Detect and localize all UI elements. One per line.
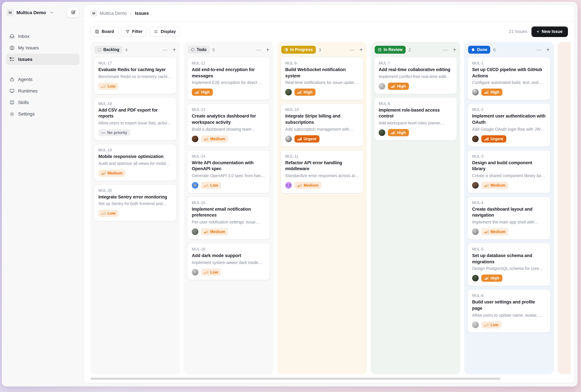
sidebar-item-settings[interactable]: Settings [6, 108, 80, 120]
issue-card-mul-2[interactable]: MUL-2Implement user authentication with … [468, 104, 551, 147]
horizontal-scrollbar[interactable] [90, 378, 500, 380]
add-card-icon[interactable]: + [546, 47, 550, 53]
issue-title: Evaluate Redis for caching layer [98, 67, 172, 73]
priority-badge: Low [201, 182, 221, 189]
priority-bars-icon [484, 323, 489, 326]
issue-card-mul-8[interactable]: MUL-8Implement role-based access control… [374, 97, 457, 140]
issue-description: Implement conflict-free real-time editin… [379, 74, 452, 79]
issue-card-mul-7[interactable]: MUL-7Add real-time collaborative editing… [374, 57, 457, 94]
add-card-icon[interactable]: + [173, 47, 176, 53]
more-icon[interactable]: ⋯ [163, 47, 168, 52]
chevron-down-icon[interactable] [50, 10, 54, 14]
add-card-icon[interactable]: + [453, 47, 456, 53]
dashed-circle-icon [97, 48, 101, 52]
issue-card-mul-3[interactable]: MUL-3Design and build component libraryC… [468, 150, 551, 193]
avatar [192, 136, 198, 142]
sidebar-item-inbox[interactable]: Inbox [6, 30, 80, 42]
issue-description: Configure automated build, test, and… [472, 80, 546, 85]
issue-card-mul-17[interactable]: MUL-17Evaluate Redis for caching layerBe… [94, 57, 177, 94]
issue-id: MUL-2 [472, 108, 546, 112]
issue-card-mul-4[interactable]: MUL-4Create dashboard layout and navigat… [468, 196, 551, 240]
compose-button[interactable] [67, 7, 79, 18]
status-badge: In Review [375, 46, 406, 54]
priority-label: High [304, 90, 312, 95]
filter-button[interactable]: Filter [121, 26, 147, 36]
sidebar-item-my-issues[interactable]: My Issues [6, 42, 80, 53]
sidebar-item-skills[interactable]: Skills [6, 97, 80, 108]
sidebar-item-agents[interactable]: Agents [6, 74, 80, 85]
column-in-progress: In Progress3⋯+MUL-9Build WebSocket notif… [277, 42, 367, 374]
issue-footer: Medium [192, 228, 265, 235]
priority-badge: High [294, 89, 315, 96]
avatar: ×_× [285, 182, 292, 188]
priority-badge: Medium [481, 228, 509, 235]
issue-title: Build WebSocket notification system [285, 67, 359, 79]
issue-title: Design and build component library [472, 160, 546, 172]
priority-bars-icon [297, 91, 302, 94]
issue-card-mul-16[interactable]: MUL-16Add dark mode supportImplement sys… [187, 243, 270, 280]
priority-badge: —No priority [98, 129, 130, 136]
issue-footer: Low [98, 210, 172, 217]
new-issue-button[interactable]: + New Issue [531, 26, 568, 37]
issue-footer: High [472, 275, 546, 282]
sidebar-item-runtimes[interactable]: Runtimes [6, 85, 80, 96]
add-card-icon[interactable]: + [359, 47, 363, 53]
more-icon[interactable]: ⋯ [537, 47, 541, 52]
sidebar-item-label: Agents [18, 77, 32, 82]
issue-card-mul-14[interactable]: MUL-14Write API documentation with OpenA… [187, 150, 270, 193]
filled-circle-icon [471, 48, 475, 52]
more-icon[interactable]: ⋯ [350, 47, 355, 52]
more-icon[interactable]: ⋯ [256, 47, 261, 52]
issue-card-mul-13[interactable]: MUL-13Create analytics dashboard for wor… [187, 104, 270, 147]
issue-card-mul-11[interactable]: MUL-11Refactor API error handling middle… [281, 150, 364, 193]
column-actions: ⋯+ [350, 47, 363, 53]
priority-badge: High [192, 89, 213, 96]
issue-id: MUL-13 [192, 108, 265, 112]
issue-card-mul-20[interactable]: MUL-20Integrate Sentry error monitoringS… [94, 184, 177, 221]
breadcrumb-workspace[interactable]: Multica Demo [100, 11, 127, 16]
priority-bars-icon [195, 91, 199, 94]
priority-badge: Medium [201, 135, 228, 142]
issue-title: Write API documentation with OpenAPI spe… [192, 160, 265, 172]
issue-title: Add end-to-end encryption for messages [192, 67, 265, 79]
priority-bars-icon [484, 137, 489, 140]
plus-icon: + [537, 29, 539, 34]
issue-card-mul-18[interactable]: MUL-18Add CSV and PDF export for reports… [94, 97, 177, 140]
issue-card-mul-9[interactable]: MUL-9Build WebSocket notification system… [281, 57, 364, 100]
filter-label: Filter [132, 29, 143, 34]
issue-card-mul-15[interactable]: MUL-15Implement email notification prefe… [187, 196, 270, 240]
issue-id: MUL-9 [285, 61, 359, 65]
column-in-review: In Review2⋯+MUL-7Add real-time collabora… [371, 42, 460, 374]
issue-id: MUL-10 [285, 108, 359, 112]
board-view-button[interactable]: Board [90, 26, 118, 36]
issue-description: Benchmark Redis vs in-memory cachin… [98, 74, 172, 79]
priority-bars-icon [484, 91, 489, 94]
breadcrumb-workspace-logo: M [90, 10, 97, 16]
priority-badge: Medium [481, 182, 509, 189]
more-icon[interactable]: ⋯ [443, 47, 448, 52]
issue-card-mul-1[interactable]: MUL-1Set up CI/CD pipeline with GitHub A… [468, 57, 551, 100]
status-badge: In Progress [281, 46, 316, 54]
issue-title: Build user settings and profile page [472, 299, 546, 312]
issue-card-mul-12[interactable]: MUL-12Add end-to-end encryption for mess… [187, 57, 270, 100]
issue-footer: Low [472, 321, 546, 328]
issue-card-mul-19[interactable]: MUL-19Mobile responsive optimizationAudi… [94, 144, 177, 181]
issue-footer: ×_×Medium [285, 182, 359, 189]
issue-id: MUL-18 [98, 102, 172, 106]
priority-label: High [201, 90, 210, 95]
issue-footer: High [379, 129, 452, 136]
workspace-switcher[interactable]: M Multica Demo [6, 6, 80, 18]
app-window: M Multica Demo InboxMy IssuesIssuesAgent… [2, 2, 578, 386]
display-button[interactable]: Display [149, 26, 180, 36]
priority-badge: Medium [98, 169, 125, 176]
priority-label: High [397, 84, 406, 88]
column-name: Todo [197, 48, 206, 52]
breadcrumb-page: Issues [135, 11, 149, 16]
sidebar-item-issues[interactable]: Issues [6, 54, 80, 65]
issue-card-mul-6[interactable]: MUL-6Build user settings and profile pag… [468, 290, 551, 333]
issue-card-mul-10[interactable]: MUL-10Integrate Stripe billing and subsc… [281, 104, 364, 147]
add-card-icon[interactable]: + [266, 47, 269, 53]
sidebar-item-label: Runtimes [18, 88, 37, 94]
priority-label: High [397, 130, 406, 135]
issue-card-mul-5[interactable]: MUL-5Set up database schema and migratio… [468, 243, 551, 286]
